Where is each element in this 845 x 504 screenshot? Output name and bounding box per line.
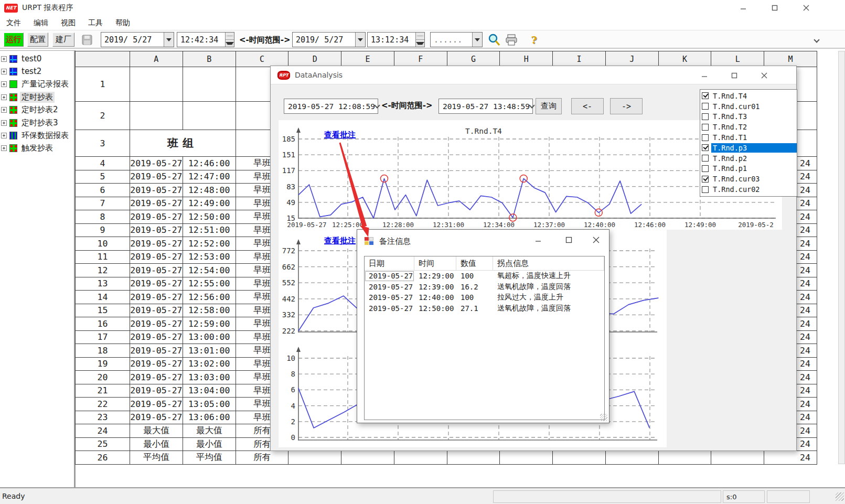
sheet-cell[interactable]: 2019-05-27 [130,210,183,224]
sheet-cell[interactable]: 13:05:00 [183,398,236,411]
col-header-F[interactable]: F [394,51,447,67]
note-row[interactable]: 2019-05-2712:39:0016.2送氧机故障，温度回落 [365,282,604,293]
combo-chevron-icon[interactable] [530,99,534,113]
sheet-cell[interactable]: 2019-05-27 [130,291,183,304]
menu-item-1[interactable]: 编辑 [27,17,55,29]
resize-grip[interactable] [836,492,844,501]
sheet-cell[interactable]: 2019-05-27 [130,384,183,398]
sheet-cell[interactable]: 13:03:00 [183,371,236,384]
menu-item-3[interactable]: 工具 [82,17,109,29]
row-header-17[interactable]: 17 [75,331,130,345]
tag-item-T.Rnd.T2[interactable]: T.Rnd.T2 [700,122,797,132]
row-header-20[interactable]: 20 [75,371,130,384]
sheet-cell[interactable]: 12:47:00 [183,170,236,184]
checkbox-icon[interactable] [702,113,709,120]
end-date-picker[interactable]: 2019/ 5/27 [292,32,366,47]
note-row[interactable]: 2019-05-2712:50:0027.1送氧机故障，温度回落 [365,303,604,314]
col-header-G[interactable]: G [447,51,500,67]
tag-item-T.Rnd.p1[interactable]: T.Rnd.p1 [700,164,797,174]
note-maximize-icon[interactable] [561,234,576,245]
sheet-cell[interactable]: 2019-05-27 [130,170,183,184]
analysis-end-combo[interactable]: 2019-05-27 13:48:59 [438,99,533,114]
tree-item-1[interactable]: test2 [1,66,43,77]
row-header-1[interactable]: 1 [75,67,130,102]
tag-item-T.Rnd.cur01[interactable]: T.Rnd.cur01 [700,101,797,112]
end-time-spinner[interactable]: 13:12:34 [367,32,425,47]
col-header-E[interactable]: E [341,51,394,67]
sheet-cell[interactable]: 12:53:00 [183,251,236,264]
build-button[interactable]: 建厂 [52,33,74,47]
sheet-cell[interactable]: 12:55:00 [183,277,236,291]
sheet-cell[interactable]: 12:51:00 [183,224,236,238]
note-row[interactable]: 2019-05-2712:29:00100氧超标，温度快速上升 [365,271,604,282]
sheet-cell[interactable] [500,451,553,465]
sheet-cell[interactable]: 2019-05-27 [130,251,183,264]
sheet-vscrollbar[interactable] [838,51,845,464]
menu-item-0[interactable]: 文件 [0,17,27,29]
expand-plus-icon[interactable] [1,133,7,138]
sheet-cell[interactable]: 12:48:00 [183,184,236,197]
sheet-cell[interactable]: 2019-05-27 [130,277,183,291]
checkbox-checked-icon[interactable] [702,144,709,151]
dropdown-arrow-icon[interactable] [355,33,365,47]
row-header-18[interactable]: 18 [75,344,130,358]
tag-item-T.Rnd.T1[interactable]: T.Rnd.T1 [700,132,797,143]
note-minimize-icon[interactable] [530,234,546,245]
sheet-cell[interactable] [394,451,447,465]
tag-item-T.Rnd.p2[interactable]: T.Rnd.p2 [700,153,797,164]
checkbox-icon[interactable] [702,165,709,172]
sheet-cell[interactable]: 13:00:00 [183,331,236,345]
sheet-cell[interactable]: 最小值 [183,438,236,452]
tag-item-T.Rnd.T4[interactable]: T.Rnd.T4 [700,91,797,101]
row-header-10[interactable]: 10 [75,237,130,251]
row-header-15[interactable]: 15 [75,304,130,318]
expand-plus-icon[interactable] [1,69,7,74]
next-button[interactable]: -> [610,98,643,114]
col-header-C[interactable]: C [236,51,289,67]
sheet-cell[interactable] [183,67,236,102]
expand-plus-icon[interactable] [1,107,7,113]
row-header-24[interactable]: 24 [75,424,130,438]
menu-item-2[interactable]: 视图 [55,17,82,29]
sheet-cell[interactable]: 2019-05-27 [130,371,183,384]
sheet-cell[interactable]: 12:52:00 [183,237,236,251]
row-header-25[interactable]: 25 [75,438,130,452]
filter-combo[interactable]: ...... [430,32,483,47]
sheet-cell[interactable] [130,102,183,130]
note-col-0[interactable]: 日期 [365,256,414,270]
combo-chevron-icon[interactable] [375,99,379,113]
col-header-M[interactable]: M [764,51,817,67]
checkbox-icon[interactable] [702,186,709,193]
col-header-L[interactable]: L [711,51,764,67]
save-icon[interactable] [80,33,94,47]
row-header-6[interactable]: 6 [75,184,130,197]
sheet-cell[interactable]: 2019-05-27 [130,157,183,170]
dropdown-arrow-icon[interactable] [472,33,482,47]
row-header-13[interactable]: 13 [75,277,130,291]
checkbox-icon[interactable] [702,124,709,131]
note-col-3[interactable]: 拐点信息 [493,256,604,270]
minimize-icon[interactable] [735,2,751,14]
sheet-cell[interactable]: 2019-05-27 [130,317,183,331]
sheet-cell[interactable]: 12:49:00 [183,197,236,211]
sheet-cell[interactable] [341,451,394,465]
sheet-cell[interactable]: 2019-05-27 [130,344,183,358]
note-row[interactable]: 2019-05-2712:40:00100拉风过大，温度上升 [365,292,604,303]
tag-item-T.Rnd.cur03[interactable]: T.Rnd.cur03 [700,174,797,184]
col-header-I[interactable]: I [553,51,606,67]
prev-button[interactable]: <- [571,98,604,114]
col-header-A[interactable]: A [130,51,183,67]
tree-item-2[interactable]: 产量记录报表 [1,79,70,90]
col-header-B[interactable]: B [183,51,236,67]
row-header-5[interactable]: 5 [75,170,130,184]
tag-item-T.Rnd.cur02[interactable]: T.Rnd.cur02 [700,184,797,195]
sheet-cell[interactable]: 13:01:00 [183,344,236,358]
sheet-cell[interactable]: 12:59:00 [183,317,236,331]
help-icon[interactable]: ? [527,33,541,47]
sheet-cell[interactable] [447,451,500,465]
view-annotation-link-1[interactable]: 查看批注 [324,130,356,140]
sheet-cell[interactable]: 2019-05-27 [130,411,183,425]
note-col-1[interactable]: 时间 [414,256,456,270]
sheet-cell[interactable]: 2019-05-27 [130,304,183,318]
sheet-cell[interactable] [183,102,236,130]
